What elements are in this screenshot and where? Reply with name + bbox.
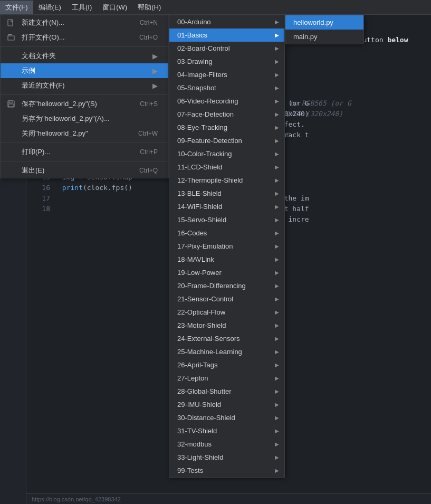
basics-main[interactable]: main.py: [285, 30, 363, 44]
arrow-6: ▶: [275, 98, 279, 104]
menu-tools[interactable]: 工具(I): [66, 1, 97, 14]
examples-item-32[interactable]: 32-modbus ▶: [169, 438, 284, 451]
menu-open-file[interactable]: 打开文件(O)... Ctrl+O: [1, 30, 168, 45]
examples-item-01[interactable]: 01-Basics ▶: [169, 28, 284, 42]
menu-save-as[interactable]: 另存为"helloworld_2.py"(A)...: [1, 111, 168, 126]
arrow-14: ▶: [275, 204, 279, 210]
new-file-icon: [6, 19, 16, 26]
examples-item-20[interactable]: 20-Frame-Differencing ▶: [169, 279, 284, 292]
examples-item-09[interactable]: 09-Feature-Detection ▶: [169, 134, 284, 147]
menu-edit[interactable]: 编辑(E): [33, 1, 66, 14]
menu-help[interactable]: 帮助(H): [132, 1, 166, 14]
examples-item-04[interactable]: 04-Image-Filters ▶: [169, 68, 284, 81]
examples-dropdown: 00-Arduino ▶ 01-Basics ▶ 02-Board-Contro…: [169, 15, 285, 478]
examples-item-17[interactable]: 17-Pixy-Emulation ▶: [169, 240, 284, 253]
basics-dropdown: helloworld.py main.py: [285, 15, 364, 44]
arrow-3: ▶: [275, 59, 279, 64]
examples-item-23[interactable]: 23-Motor-Shield ▶: [169, 319, 284, 332]
examples-item-28[interactable]: 28-Global-Shutter ▶: [169, 385, 284, 398]
examples-item-33[interactable]: 33-Light-Shield ▶: [169, 451, 284, 464]
examples-item-22[interactable]: 22-Optical-Flow ▶: [169, 306, 284, 319]
arrow-1: ▶: [275, 32, 279, 38]
menu-recent-files[interactable]: 最近的文件(F) ▶: [1, 78, 168, 93]
arrow-12: ▶: [275, 177, 279, 183]
arrow-10: ▶: [275, 151, 279, 157]
arrow-19: ▶: [275, 270, 279, 275]
examples-item-05[interactable]: 05-Snapshot ▶: [169, 81, 284, 94]
examples-item-03[interactable]: 03-Drawing ▶: [169, 55, 284, 68]
examples-item-06[interactable]: 06-Video-Recording ▶: [169, 94, 284, 108]
svg-rect-5: [8, 104, 14, 107]
examples-item-25[interactable]: 25-Machine-Learning ▶: [169, 345, 284, 358]
arrow-9: ▶: [275, 138, 279, 144]
examples-item-24[interactable]: 24-External-Sensors ▶: [169, 332, 284, 345]
examples-item-21[interactable]: 21-Sensor-Control ▶: [169, 292, 284, 306]
statusbar-text: https://blog.csdn.net/qq_42398342: [32, 496, 121, 502]
examples-item-31[interactable]: 31-TV-Shield ▶: [169, 424, 284, 438]
examples-item-10[interactable]: 10-Color-Tracking ▶: [169, 147, 284, 160]
arrow-4: ▶: [275, 72, 279, 78]
arrow-13: ▶: [275, 191, 279, 196]
arrow-17: ▶: [275, 243, 279, 249]
arrow-0: ▶: [275, 19, 279, 25]
examples-item-13[interactable]: 13-BLE-Shield ▶: [169, 187, 284, 200]
examples-item-00[interactable]: 00-Arduino ▶: [169, 15, 284, 28]
arrow-11: ▶: [275, 164, 279, 170]
examples-item-12[interactable]: 12-Thermopile-Shield ▶: [169, 174, 284, 187]
arrow-24: ▶: [275, 336, 279, 341]
examples-item-07[interactable]: 07-Face-Detection ▶: [169, 108, 284, 121]
divider-3: [1, 142, 168, 143]
examples-item-26[interactable]: 26-April-Tags ▶: [169, 358, 284, 372]
examples-item-99[interactable]: 99-Tests ▶: [169, 464, 284, 477]
arrow-34: ▶: [275, 468, 279, 473]
basics-helloworld[interactable]: helloworld.py: [285, 15, 363, 30]
examples-arrow-icon: ▶: [152, 67, 158, 75]
save-icon: [6, 100, 16, 108]
arrow-23: ▶: [275, 322, 279, 328]
examples-item-11[interactable]: 11-LCD-Shield ▶: [169, 160, 284, 174]
arrow-28: ▶: [275, 388, 279, 394]
arrow-25: ▶: [275, 349, 279, 355]
recent-arrow-icon: ▶: [152, 82, 158, 90]
divider-2: [1, 94, 168, 95]
arrow-21: ▶: [275, 296, 279, 302]
menu-new-file[interactable]: 新建文件(N)... Ctrl+N: [1, 15, 168, 30]
divider-1: [1, 46, 168, 47]
svg-rect-4: [9, 101, 12, 103]
examples-item-30[interactable]: 30-Distance-Shield ▶: [169, 411, 284, 424]
menu-exit[interactable]: 退出(E) Ctrl+Q: [1, 163, 168, 178]
menu-examples[interactable]: 示例 ▶: [1, 63, 168, 78]
arrow-8: ▶: [275, 125, 279, 130]
arrow-22: ▶: [275, 309, 279, 315]
examples-item-15[interactable]: 15-Servo-Shield ▶: [169, 213, 284, 226]
arrow-15: ▶: [275, 217, 279, 223]
menu-window[interactable]: 窗口(W): [97, 1, 132, 14]
examples-item-08[interactable]: 08-Eye-Tracking ▶: [169, 121, 284, 134]
menu-close[interactable]: 关闭"helloworld_2.py" Ctrl+W: [1, 126, 168, 141]
examples-item-14[interactable]: 14-WiFi-Shield ▶: [169, 200, 284, 213]
divider-4: [1, 161, 168, 161]
arrow-26: ▶: [275, 362, 279, 368]
examples-item-02[interactable]: 02-Board-Control ▶: [169, 42, 284, 55]
arrow-33: ▶: [275, 454, 279, 460]
examples-item-19[interactable]: 19-Low-Power ▶: [169, 266, 284, 279]
arrow-32: ▶: [275, 441, 279, 447]
statusbar: https://blog.csdn.net/qq_42398342: [26, 493, 431, 504]
arrow-31: ▶: [275, 428, 279, 434]
menu-file[interactable]: 文件(F): [0, 1, 33, 14]
menubar: 文件(F) 编辑(E) 工具(I) 窗口(W) 帮助(H): [0, 0, 431, 15]
arrow-29: ▶: [275, 402, 279, 407]
examples-item-16[interactable]: 16-Codes ▶: [169, 226, 284, 240]
menu-doc-folder[interactable]: 文档文件夹 ▶: [1, 49, 168, 63]
arrow-5: ▶: [275, 85, 279, 91]
menu-print[interactable]: 打印(P)... Ctrl+P: [1, 145, 168, 159]
menu-save[interactable]: 保存"helloworld_2.py"(S) Ctrl+S: [1, 97, 168, 111]
arrow-18: ▶: [275, 256, 279, 262]
arrow-2: ▶: [275, 45, 279, 51]
examples-item-29[interactable]: 29-IMU-Shield ▶: [169, 398, 284, 411]
arrow-30: ▶: [275, 415, 279, 421]
arrow-16: ▶: [275, 230, 279, 236]
examples-item-18[interactable]: 18-MAVLink ▶: [169, 253, 284, 266]
file-dropdown: 新建文件(N)... Ctrl+N 打开文件(O)... Ctrl+O 文档文件…: [0, 15, 169, 178]
examples-item-27[interactable]: 27-Lepton ▶: [169, 372, 284, 385]
